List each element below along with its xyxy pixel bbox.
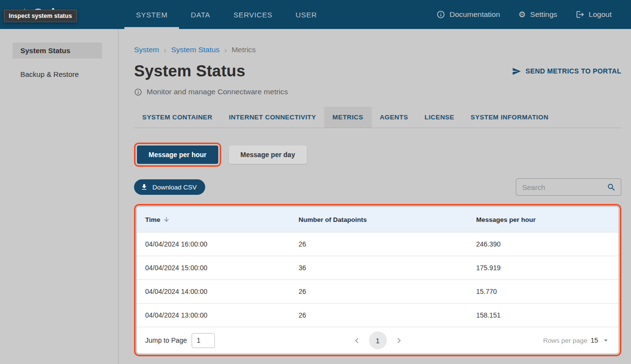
download-csv-label: Download CSV — [152, 184, 197, 191]
cell-datapoints: 36 — [290, 264, 468, 272]
pagination: 1 — [351, 332, 404, 349]
cell-messages: 15.770 — [468, 288, 618, 295]
metrics-table: Time Number of Datapoints Messages per h… — [137, 207, 618, 353]
breadcrumb-separator: › — [164, 46, 166, 54]
page-number-button[interactable]: 1 — [369, 332, 387, 349]
rows-per-page-control[interactable]: Rows per page 15 — [543, 336, 610, 345]
tab-system-information[interactable]: SYSTEM INFORMATION — [463, 107, 557, 128]
cell-time: 04/04/2024 14:00:00 — [137, 288, 290, 295]
logout-button[interactable]: Logout — [576, 10, 612, 19]
breadcrumb-system-status[interactable]: System Status — [171, 45, 220, 54]
page-shell: System Status Backup & Restore System › … — [0, 29, 631, 364]
cell-messages: 175.919 — [468, 264, 618, 272]
cell-datapoints: 26 — [290, 240, 468, 248]
next-page-button[interactable] — [393, 335, 404, 346]
dropdown-arrow-icon — [601, 336, 610, 345]
tab-label: SYSTEM INFORMATION — [471, 114, 549, 121]
documentation-button[interactable]: Documentation — [436, 10, 500, 19]
tab-label: SYSTEM CONTAINER — [142, 114, 212, 121]
column-header-datapoints[interactable]: Number of Datapoints — [290, 216, 468, 223]
tab-system-container[interactable]: SYSTEM CONTAINER — [134, 107, 221, 128]
nav-item-user[interactable]: USER — [284, 0, 329, 29]
tab-license[interactable]: LICENSE — [416, 107, 462, 128]
message-per-day-button[interactable]: Message per day — [229, 146, 307, 164]
gear-icon: ⚙ — [518, 11, 526, 19]
cell-messages: 158.151 — [468, 311, 618, 319]
info-icon — [134, 88, 142, 96]
highlighted-metrics-table: Time Number of Datapoints Messages per h… — [134, 204, 621, 356]
send-metrics-button[interactable]: SEND METRICS TO PORTAL — [512, 67, 621, 76]
breadcrumb: System › System Status › Metrics — [134, 45, 621, 54]
logout-label: Logout — [589, 10, 612, 19]
sort-descending-icon[interactable] — [163, 216, 170, 223]
highlight-ring: Message per hour — [134, 143, 221, 167]
column-label: Messages per hour — [476, 216, 536, 223]
breadcrumb-metrics: Metrics — [232, 45, 256, 54]
search-box — [516, 178, 621, 196]
column-header-messages[interactable]: Messages per hour — [468, 216, 618, 223]
table-footer: Jump to Page 1 — [137, 327, 618, 353]
cell-time: 04/04/2024 13:00:00 — [137, 311, 290, 319]
page-subtitle-row: Monitor and manage Connectware metrics — [134, 87, 621, 96]
page-title: System Status — [134, 62, 245, 80]
tab-label: INTERNET CONNECTIVITY — [229, 114, 316, 121]
sidebar-item-label: Backup & Restore — [20, 70, 79, 78]
table-row[interactable]: 04/04/2024 13:00:00 26 158.151 — [137, 303, 618, 327]
column-label: Number of Datapoints — [299, 216, 367, 223]
logo-zone: Cybus Inspect system status — [0, 0, 119, 29]
rows-per-page-label: Rows per page — [543, 337, 587, 344]
search-input[interactable] — [522, 183, 607, 191]
tab-label: LICENSE — [424, 114, 454, 121]
breadcrumb-separator: › — [225, 46, 227, 54]
breadcrumb-system[interactable]: System — [134, 45, 159, 54]
table-row[interactable]: 04/04/2024 15:00:00 36 175.919 — [137, 256, 618, 279]
column-header-time[interactable]: Time — [137, 216, 290, 223]
settings-label: Settings — [530, 10, 557, 19]
send-icon — [512, 67, 521, 76]
nav-item-label: SYSTEM — [136, 11, 167, 19]
info-icon — [436, 10, 445, 19]
sidebar-item-system-status[interactable]: System Status — [13, 43, 102, 58]
nav-item-label: SERVICES — [233, 11, 272, 19]
top-navbar: Cybus Inspect system status SYSTEM DATA … — [0, 0, 631, 29]
download-icon — [140, 183, 148, 191]
nav-item-services[interactable]: SERVICES — [222, 0, 284, 29]
sidebar: System Status Backup & Restore — [0, 29, 119, 364]
chevron-left-icon — [351, 335, 362, 346]
logout-icon — [576, 10, 585, 19]
table-row[interactable]: 04/04/2024 14:00:00 26 15.770 — [137, 279, 618, 303]
jump-to-page-label: Jump to Page — [145, 336, 187, 344]
main-content: System › System Status › Metrics System … — [119, 29, 631, 364]
column-label: Time — [145, 216, 160, 223]
tab-label: METRICS — [332, 114, 363, 121]
sidebar-item-backup-restore[interactable]: Backup & Restore — [13, 66, 102, 82]
inspect-tooltip: Inspect system status — [4, 10, 77, 22]
cell-datapoints: 26 — [290, 288, 468, 295]
metric-toggle-row: Message per hour Message per day — [134, 143, 621, 167]
tab-agents[interactable]: AGENTS — [372, 107, 417, 128]
chevron-right-icon — [393, 335, 404, 346]
table-row[interactable]: 04/04/2024 16:00:00 26 246.390 — [137, 232, 618, 256]
tab-metrics[interactable]: METRICS — [324, 107, 372, 128]
sidebar-item-label: System Status — [20, 46, 70, 55]
jump-to-page-input[interactable] — [192, 333, 215, 348]
documentation-label: Documentation — [450, 10, 500, 19]
previous-page-button[interactable] — [351, 335, 362, 346]
search-icon[interactable] — [607, 183, 616, 192]
nav-item-data[interactable]: DATA — [179, 0, 222, 29]
metrics-tab-bar: SYSTEM CONTAINER INTERNET CONNECTIVITY M… — [134, 107, 621, 128]
cell-time: 04/04/2024 15:00:00 — [137, 264, 290, 272]
table-toolbar: Download CSV — [134, 178, 621, 196]
rows-per-page-value: 15 — [590, 336, 598, 344]
nav-actions: Documentation ⚙ Settings Logout — [436, 0, 631, 29]
send-metrics-label: SEND METRICS TO PORTAL — [526, 67, 621, 75]
download-csv-button[interactable]: Download CSV — [134, 179, 205, 195]
nav-item-system[interactable]: SYSTEM — [124, 0, 179, 29]
tab-internet-connectivity[interactable]: INTERNET CONNECTIVITY — [221, 107, 324, 128]
nav-item-label: DATA — [191, 11, 210, 19]
cell-datapoints: 26 — [290, 311, 468, 319]
cell-messages: 246.390 — [468, 240, 618, 248]
main-nav: SYSTEM DATA SERVICES USER — [124, 0, 329, 29]
message-per-hour-button[interactable]: Message per hour — [137, 146, 218, 164]
settings-button[interactable]: ⚙ Settings — [518, 10, 557, 19]
